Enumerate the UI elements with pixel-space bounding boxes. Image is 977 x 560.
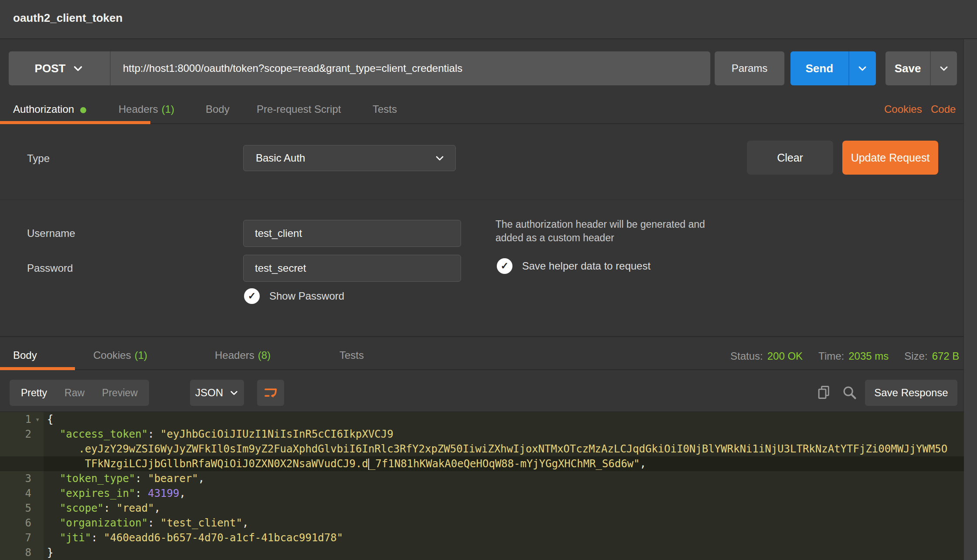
search-icon: [841, 384, 858, 401]
show-password-label: Show Password: [269, 290, 344, 302]
scrollbar-track[interactable]: [963, 39, 977, 560]
code-line[interactable]: 3 "token_type": "bearer",: [0, 471, 964, 486]
chevron-down-icon: [434, 153, 445, 163]
response-tab-headers-label: Headers: [215, 349, 254, 361]
chevron-down-icon: [72, 63, 84, 74]
size-value: 672 B: [932, 350, 960, 362]
response-tab-body[interactable]: Body: [13, 349, 37, 361]
auth-helper-note: The authorization header will be generat…: [495, 218, 719, 245]
tab-tests[interactable]: Tests: [373, 103, 397, 115]
send-button[interactable]: Send: [790, 51, 848, 85]
save-response-button[interactable]: Save Response: [865, 380, 957, 406]
username-label: Username: [27, 227, 75, 240]
code-line[interactable]: 2 "access_token": "eyJhbGciOiJIUzI1NiIsI…: [0, 427, 964, 442]
response-body-editor[interactable]: 1▾{2 "access_token": "eyJhbGciOiJIUzI1Ni…: [0, 412, 964, 560]
response-format-select[interactable]: JSON: [190, 380, 244, 406]
response-headers-count: (8): [258, 349, 271, 361]
code-line[interactable]: 7 "jti": "460eadd6-b657-4d70-a1cf-41bcac…: [0, 530, 964, 545]
word-wrap-button[interactable]: [257, 380, 284, 406]
tab-body[interactable]: Body: [206, 103, 230, 115]
tab-headers-count: (1): [162, 103, 174, 115]
chevron-down-icon: [229, 388, 239, 398]
auth-type-value: Basic Auth: [256, 152, 305, 164]
code-link[interactable]: Code: [931, 103, 956, 115]
fold-caret-icon[interactable]: ▾: [31, 412, 44, 427]
clear-button[interactable]: Clear: [747, 141, 833, 175]
section-divider: [0, 199, 964, 200]
cookies-link[interactable]: Cookies: [884, 103, 922, 115]
save-button-group: Save: [885, 51, 957, 85]
copy-icon: [816, 384, 832, 401]
password-field[interactable]: [243, 255, 461, 282]
url-text: http://host1:8000/oauth/token?scope=read…: [123, 62, 462, 74]
response-tab-cookies[interactable]: Cookies(1): [93, 349, 147, 361]
username-field[interactable]: [243, 220, 461, 247]
status-label: Status:: [730, 350, 763, 362]
code-line[interactable]: TFkNzgiLCJjbGllbnRfaWQiOiJ0ZXN0X2NsaWVud…: [0, 456, 964, 471]
save-options-button[interactable]: [930, 51, 957, 85]
tab-authorization[interactable]: Authorization: [13, 103, 86, 115]
url-bar: POST http://host1:8000/oauth/token?scope…: [9, 51, 710, 85]
method-dropdown[interactable]: POST: [9, 51, 111, 85]
response-tabs: Body Cookies(1) Headers(8) Tests Status:…: [0, 344, 964, 370]
response-tab-tests[interactable]: Tests: [339, 349, 364, 361]
code-line[interactable]: .eyJzY29wZSI6WyJyZWFkIl0sIm9yZ2FuaXphdGl…: [0, 442, 964, 456]
tab-headers[interactable]: Headers(1): [119, 103, 174, 115]
response-cookies-count: (1): [135, 349, 147, 361]
code-line[interactable]: 4 "expires_in": 43199,: [0, 486, 964, 501]
response-tab-headers[interactable]: Headers(8): [215, 349, 271, 361]
auth-configured-dot: [80, 107, 86, 113]
send-button-group: Send: [790, 51, 876, 85]
url-input[interactable]: http://host1:8000/oauth/token?scope=read…: [111, 51, 710, 85]
update-request-button[interactable]: Update Request: [842, 141, 938, 175]
copy-response-button[interactable]: [816, 384, 832, 401]
search-response-button[interactable]: [841, 384, 858, 401]
send-options-button[interactable]: [848, 51, 876, 85]
password-label: Password: [27, 262, 73, 274]
response-format-value: JSON: [195, 387, 223, 399]
save-helper-checkbox[interactable]: ✓ Save helper data to request: [497, 258, 651, 274]
checkmark-icon: ✓: [244, 288, 260, 304]
chevron-down-icon: [857, 63, 868, 74]
tab-authorization-label: Authorization: [13, 103, 74, 115]
response-tab-cookies-label: Cookies: [93, 349, 131, 361]
tab-pre-request-script[interactable]: Pre-request Script: [257, 103, 341, 115]
request-tab-title: oauth2_client_token: [13, 11, 122, 25]
auth-type-select[interactable]: Basic Auth: [243, 145, 456, 171]
time-label: Time:: [818, 350, 844, 362]
word-wrap-icon: [263, 385, 278, 400]
type-label: Type: [27, 152, 50, 165]
view-mode-pretty[interactable]: Pretty: [21, 387, 47, 399]
titlebar: oauth2_client_token: [0, 0, 977, 39]
code-line[interactable]: 5 "scope": "read",: [0, 501, 964, 516]
params-button[interactable]: Params: [715, 51, 784, 85]
active-tab-underline: [0, 121, 150, 124]
method-label: POST: [35, 62, 66, 75]
code-line[interactable]: 8}: [0, 545, 964, 560]
show-password-checkbox[interactable]: ✓ Show Password: [244, 288, 344, 304]
view-mode-raw[interactable]: Raw: [64, 387, 85, 399]
save-button[interactable]: Save: [885, 51, 930, 85]
response-status-line: Status:200 OK Time:2035 ms Size:672 B: [730, 350, 959, 362]
status-value: 200 OK: [767, 350, 803, 362]
checkmark-icon: ✓: [497, 258, 512, 274]
active-tab-underline: [0, 367, 75, 370]
request-tabs: Authorization Headers(1) Body Pre-reques…: [0, 98, 964, 124]
code-line[interactable]: 1▾{: [0, 412, 964, 427]
size-label: Size:: [904, 350, 927, 362]
view-mode-preview[interactable]: Preview: [102, 387, 138, 399]
code-lines: 1▾{2 "access_token": "eyJhbGciOiJIUzI1Ni…: [0, 412, 964, 560]
chevron-down-icon: [939, 63, 949, 74]
tab-headers-label: Headers: [119, 103, 158, 115]
view-mode-switcher: Pretty Raw Preview: [10, 380, 149, 406]
time-value: 2035 ms: [848, 350, 889, 362]
code-line[interactable]: 6 "organization": "test_client",: [0, 516, 964, 530]
save-helper-label: Save helper data to request: [522, 260, 651, 272]
response-divider: [0, 336, 964, 337]
